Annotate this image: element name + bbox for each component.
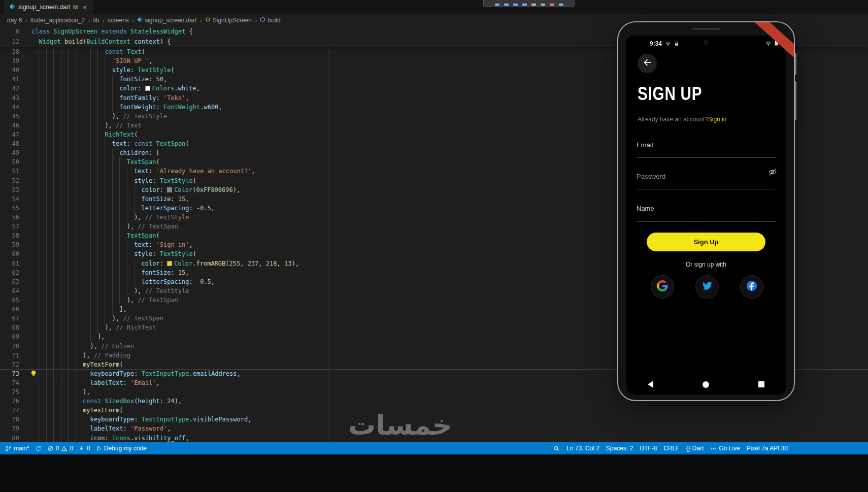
line-number[interactable]: 58 <box>0 231 19 240</box>
line-number[interactable]: 12 <box>0 37 19 47</box>
eol-indicator[interactable]: CRLF <box>663 445 679 452</box>
facebook-signup-button[interactable] <box>740 275 763 299</box>
visibility-off-icon[interactable] <box>767 168 778 179</box>
line-number[interactable]: 68 <box>0 323 19 332</box>
problems-indicator[interactable]: 0 0 <box>47 445 73 452</box>
nav-home-icon[interactable] <box>703 381 709 388</box>
sync-changes-button[interactable] <box>35 445 42 452</box>
screencast-search-button[interactable] <box>553 445 560 452</box>
debug-task-button[interactable]: Debug my code <box>96 445 147 452</box>
line-number[interactable]: 45 <box>0 112 19 121</box>
nav-recents-icon[interactable] <box>758 381 764 387</box>
line-number[interactable]: 59 <box>0 240 19 249</box>
language-mode-indicator[interactable]: {} Dart <box>686 445 704 452</box>
breadcrumb-item-flutter-application-2[interactable]: flutter_application_2 <box>30 17 85 24</box>
code-token: Color <box>174 186 192 193</box>
breadcrumb-item-build[interactable]: build <box>260 17 280 24</box>
debug-continue-icon[interactable] <box>495 4 499 6</box>
line-number[interactable]: 47 <box>0 130 19 139</box>
line-number[interactable]: 54 <box>0 194 19 204</box>
line-number[interactable]: 39 <box>0 56 19 65</box>
line-number[interactable]: 38 <box>0 47 19 56</box>
line-number[interactable]: 76 <box>0 397 19 406</box>
breadcrumb-item-lib[interactable]: lib <box>93 17 99 24</box>
google-signup-button[interactable] <box>651 275 674 299</box>
git-branch-indicator[interactable]: main* <box>5 445 29 452</box>
signup-title: SIGN UP <box>638 83 702 105</box>
line-number[interactable]: 65 <box>0 296 19 305</box>
device-selector[interactable]: Pixel 7a API 30 <box>747 445 788 452</box>
name-field[interactable]: Name <box>637 205 654 212</box>
line-number[interactable]: 67 <box>0 314 19 323</box>
breadcrumb-item-signupscreen[interactable]: SignUpScreen <box>205 17 252 24</box>
line-number[interactable]: 79 <box>0 424 19 433</box>
debug-step-out-icon[interactable] <box>522 4 527 6</box>
breadcrumb-item-day6[interactable]: day 6 <box>7 17 22 24</box>
debug-step-over-icon[interactable] <box>504 4 509 6</box>
line-number[interactable]: 53 <box>0 185 19 194</box>
debug-toolbar[interactable] <box>483 0 575 7</box>
branch-icon <box>5 445 12 452</box>
line-number[interactable]: 62 <box>0 268 19 277</box>
line-number[interactable]: 78 <box>0 415 19 424</box>
twitter-signup-button[interactable] <box>695 275 719 299</box>
line-number[interactable]: 73 <box>0 369 19 378</box>
debug-step-into-icon[interactable] <box>513 4 518 6</box>
code-token: ), <box>105 324 116 331</box>
close-tab-icon[interactable]: × <box>83 4 87 11</box>
breadcrumb-item-signup-screen-dart[interactable]: signup_screen.dart <box>137 17 196 24</box>
color-swatch[interactable] <box>167 261 172 266</box>
code-token: // Column <box>101 343 134 350</box>
line-number[interactable]: 57 <box>0 222 19 231</box>
encoding-indicator[interactable]: UTF-8 <box>640 445 657 452</box>
line-number[interactable]: 50 <box>0 157 19 167</box>
debug-inspector-icon[interactable] <box>559 4 563 6</box>
line-number[interactable]: 70 <box>0 342 19 351</box>
debug-restart-icon[interactable] <box>541 4 545 6</box>
color-swatch[interactable] <box>145 86 150 91</box>
line-number[interactable]: 41 <box>0 75 19 84</box>
back-button[interactable] <box>638 54 657 73</box>
indentation-indicator[interactable]: Spaces: 2 <box>606 445 633 452</box>
line-number[interactable]: 8 <box>0 26 19 37</box>
line-number[interactable]: 40 <box>0 65 19 75</box>
line-number[interactable]: 77 <box>0 406 19 415</box>
code-token: children <box>119 149 149 156</box>
line-number[interactable]: 74 <box>0 378 19 387</box>
line-number[interactable]: 69 <box>0 332 19 341</box>
sign-in-link[interactable]: Sign in <box>708 116 727 123</box>
line-number[interactable]: 75 <box>0 387 19 397</box>
go-live-button[interactable]: Go Live <box>710 445 740 452</box>
ports-indicator[interactable]: 0 <box>79 445 90 452</box>
line-number[interactable]: 48 <box>0 139 19 148</box>
line-number[interactable]: 72 <box>0 360 19 369</box>
line-number[interactable]: 49 <box>0 148 19 157</box>
hot-reload-icon[interactable] <box>531 4 536 6</box>
line-number[interactable]: 43 <box>0 93 19 103</box>
password-field[interactable]: Password <box>637 173 665 180</box>
line-number[interactable]: 52 <box>0 176 19 185</box>
breadcrumb-item-screens[interactable]: screens <box>108 17 129 24</box>
line-number[interactable]: 44 <box>0 103 19 112</box>
line-number[interactable]: 80 <box>0 434 19 442</box>
line-number[interactable]: 66 <box>0 305 19 314</box>
line-number[interactable]: 56 <box>0 213 19 222</box>
line-number[interactable]: 60 <box>0 249 19 258</box>
nav-back-icon[interactable] <box>648 381 653 388</box>
line-number[interactable]: 55 <box>0 204 19 213</box>
color-swatch[interactable] <box>167 187 172 192</box>
sign-up-button[interactable]: Sign Up <box>647 233 765 251</box>
code-token: // RichText <box>116 324 156 331</box>
line-number[interactable]: 51 <box>0 167 19 176</box>
tab-signup-screen-dart[interactable]: signup_screen.dart M × <box>4 0 92 14</box>
line-number[interactable]: 63 <box>0 277 19 286</box>
line-number[interactable]: 42 <box>0 84 19 93</box>
debug-stop-icon[interactable] <box>550 4 554 6</box>
line-number[interactable]: 46 <box>0 121 19 130</box>
line-number[interactable]: 71 <box>0 351 19 360</box>
search-icon <box>553 445 560 452</box>
line-number[interactable]: 61 <box>0 259 19 268</box>
email-field[interactable]: Email <box>637 141 653 149</box>
line-number[interactable]: 64 <box>0 286 19 296</box>
cursor-position-indicator[interactable]: Ln 73, Col 2 <box>566 445 599 452</box>
